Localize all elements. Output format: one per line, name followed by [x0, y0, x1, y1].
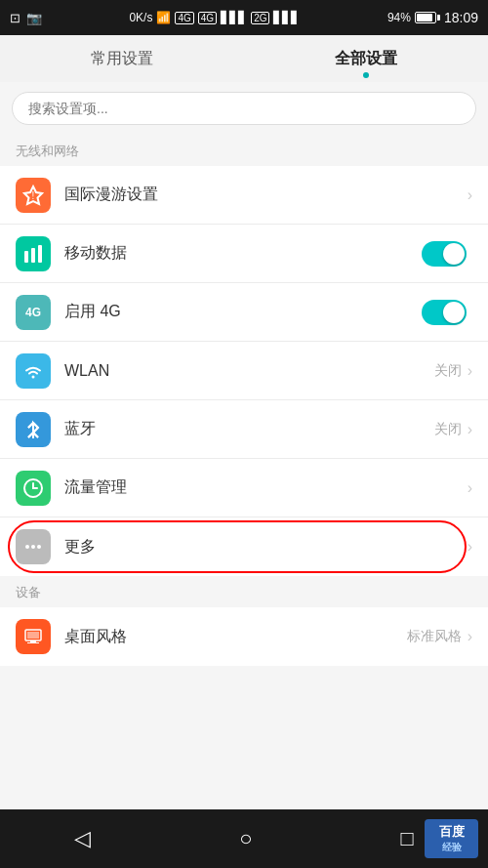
search-input[interactable] [28, 101, 460, 116]
home-button[interactable]: ○ [239, 826, 252, 851]
main-content: 无线和网络 ! 国际漫游设置 › 移动数据 [0, 82, 488, 856]
settings-item-traffic[interactable]: 流量管理 › [0, 459, 488, 517]
mobile-data-toggle[interactable] [422, 241, 467, 267]
desktop-label: 桌面风格 [64, 627, 407, 647]
baidu-text: 百度 [439, 823, 465, 841]
device-settings-list: 桌面风格 标准风格 › [0, 607, 488, 666]
4g-icon: 4G [16, 295, 51, 330]
jingyan-text: 经验 [442, 841, 462, 854]
settings-item-more[interactable]: 更多 › [0, 517, 488, 576]
section-header-network: 无线和网络 [0, 135, 488, 166]
svg-point-14 [37, 545, 41, 549]
network-speed: 0K/s [129, 11, 152, 24]
roaming-chevron: › [468, 186, 472, 204]
battery-icon [415, 12, 440, 23]
settings-item-4g[interactable]: 4G 启用 4G [0, 283, 488, 342]
app-icon: ⊡ [10, 11, 20, 25]
tab-common-label: 常用设置 [91, 49, 153, 69]
search-bar[interactable] [12, 92, 476, 125]
mobile-data-label: 移动数据 [64, 243, 422, 264]
network-settings-list: ! 国际漫游设置 › 移动数据 4G [0, 166, 488, 576]
traffic-icon [16, 471, 51, 506]
svg-rect-18 [27, 642, 39, 643]
wlan-label: WLAN [64, 362, 434, 380]
more-chevron: › [468, 538, 472, 556]
status-right: 94% 18:09 [387, 10, 478, 25]
4g-toggle[interactable] [422, 300, 467, 325]
toggle-knob-4g [443, 302, 465, 323]
tab-all[interactable]: 全部设置 [244, 35, 488, 82]
desktop-chevron: › [468, 628, 472, 645]
4g-label: 启用 4G [64, 302, 422, 322]
battery-percent: 94% [387, 11, 411, 24]
status-left: ⊡ 📷 [10, 11, 42, 25]
tab-all-label: 全部设置 [335, 49, 397, 69]
bluetooth-label: 蓝牙 [64, 419, 434, 439]
roaming-label: 国际漫游设置 [64, 185, 468, 205]
more-label: 更多 [64, 537, 468, 558]
time-display: 18:09 [444, 10, 478, 25]
svg-rect-2 [24, 251, 28, 263]
svg-rect-16 [27, 632, 39, 639]
back-button[interactable]: ◁ [74, 826, 91, 851]
screenshot-icon: 📷 [26, 11, 42, 25]
signal-icon: ▋▋▋ [221, 11, 247, 24]
bottom-nav: ◁ ○ □ 百度 经验 [0, 809, 488, 868]
settings-item-mobile-data[interactable]: 移动数据 [0, 225, 488, 283]
toggle-knob [443, 243, 465, 265]
baidu-badge: 百度 经验 [425, 819, 478, 858]
settings-item-roaming[interactable]: ! 国际漫游设置 › [0, 166, 488, 225]
wifi-icon: 📶 [156, 11, 171, 24]
4g-badge1: 4G [175, 12, 193, 24]
traffic-label: 流量管理 [64, 477, 468, 498]
bluetooth-icon [16, 412, 51, 447]
svg-rect-3 [31, 248, 35, 263]
tab-bar: 常用设置 全部设置 [0, 35, 488, 82]
traffic-chevron: › [468, 479, 472, 497]
svg-point-13 [31, 545, 35, 549]
4g-badge2: 4G [198, 12, 217, 24]
roaming-icon: ! [16, 178, 51, 213]
wlan-chevron: › [468, 362, 472, 380]
2g-badge: 2G [251, 12, 269, 24]
settings-item-wlan[interactable]: WLAN 关闭 › [0, 342, 488, 400]
svg-point-12 [25, 545, 29, 549]
settings-item-bluetooth[interactable]: 蓝牙 关闭 › [0, 400, 488, 459]
bluetooth-chevron: › [468, 421, 472, 438]
svg-rect-4 [38, 245, 42, 263]
tab-indicator [363, 72, 369, 78]
tab-common[interactable]: 常用设置 [0, 35, 244, 82]
wifi-icon-item [16, 353, 51, 389]
mobile-data-icon [16, 236, 51, 271]
wlan-value: 关闭 [434, 362, 462, 380]
more-icon [16, 529, 51, 564]
settings-item-desktop[interactable]: 桌面风格 标准风格 › [0, 607, 488, 666]
status-center: 0K/s 📶 4G 4G ▋▋▋ 2G ▋▋▋ [129, 11, 300, 24]
bluetooth-value: 关闭 [434, 421, 462, 438]
recent-button[interactable]: □ [401, 826, 414, 851]
section-header-device: 设备 [0, 576, 488, 607]
svg-text:!: ! [32, 190, 35, 201]
status-bar: ⊡ 📷 0K/s 📶 4G 4G ▋▋▋ 2G ▋▋▋ 94% 18:09 [0, 0, 488, 35]
desktop-icon [16, 619, 51, 654]
signal-icon2: ▋▋▋ [273, 11, 300, 24]
desktop-value: 标准风格 [407, 628, 462, 645]
